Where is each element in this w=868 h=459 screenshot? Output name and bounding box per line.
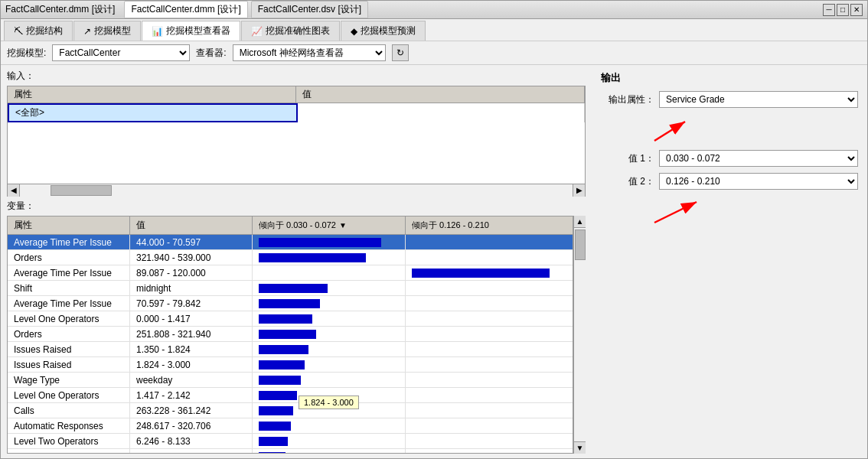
table-row[interactable]: Calls263.228 - 361.242	[8, 403, 573, 418]
model-viewer-icon: 📊	[152, 26, 163, 37]
row-bar2	[406, 373, 573, 387]
table-row[interactable]: Wage Typeweekday	[8, 373, 573, 388]
output-val1-select[interactable]: 0.030 - 0.072	[659, 150, 858, 167]
input-section: 输入： 属性 值 <全部> ◀	[7, 70, 586, 200]
vertical-scrollbar[interactable]: ▲ ▼	[573, 216, 586, 454]
table-row[interactable]: Level Two Operators6.246 - 8.133	[8, 434, 573, 449]
table-row[interactable]: Shiftmidnight	[8, 281, 573, 296]
tab-model-prediction-label: 挖掘模型预测	[361, 24, 416, 37]
row-bar1	[253, 434, 406, 448]
row-attr: Issues Raised	[8, 342, 130, 356]
row-bar2	[406, 250, 573, 265]
tab-model-viewer[interactable]: 📊 挖掘模型查看器	[142, 21, 240, 41]
row-attr: Calls	[8, 403, 130, 418]
minimize-button[interactable]: ─	[823, 4, 835, 16]
row-val: 251.808 - 321.940	[130, 327, 253, 341]
scroll-right-button[interactable]: ▶	[573, 184, 585, 197]
table-row[interactable]: Level Two Operators8.133 - 10.021	[8, 449, 573, 453]
row-val: 0.000 - 1.417	[130, 311, 253, 326]
row-val: 8.133 - 10.021	[130, 449, 253, 453]
row-val: 1.350 - 1.824	[130, 342, 253, 356]
table-row[interactable]: Orders321.940 - 539.000	[8, 250, 573, 265]
scroll-v-track	[574, 228, 586, 441]
var-header-attr: 属性	[8, 216, 130, 234]
row-bar2	[406, 281, 573, 295]
input-scrollbar[interactable]: ◀ ▶	[8, 184, 585, 196]
row-val: 6.246 - 8.133	[130, 434, 253, 448]
output-attr-label: 输出属性：	[601, 93, 654, 106]
table-row[interactable]: Average Time Per Issue44.000 - 70.597	[8, 235, 573, 250]
output-attr-row: 输出属性： Service Grade	[601, 91, 858, 108]
accuracy-chart-icon: 📈	[251, 26, 263, 37]
input-table-row-all: <全部>	[8, 103, 585, 122]
tab-mining-model[interactable]: ↗ 挖掘模型	[73, 21, 141, 41]
tab-model-prediction[interactable]: ◆ 挖掘模型预测	[341, 21, 426, 41]
var-table-wrapper: 属性 值 倾向于 0.030 - 0.072 ▼ 倾向于 0.126 - 0.2…	[7, 216, 573, 454]
row-val: 1.417 - 2.142	[130, 388, 253, 402]
table-row[interactable]: Automatic Responses248.617 - 320.706	[8, 418, 573, 434]
row-bar1	[253, 250, 406, 265]
row-attr: Level One Operators	[8, 388, 130, 402]
table-row[interactable]: Orders251.808 - 321.940	[8, 327, 573, 342]
row-bar2	[406, 357, 573, 372]
var-table-body[interactable]: Average Time Per Issue44.000 - 70.597Ord…	[8, 235, 573, 453]
output-attr-select[interactable]: Service Grade	[659, 91, 858, 108]
row-bar1	[253, 403, 406, 418]
output-val2-select[interactable]: 0.126 - 0.210	[659, 173, 858, 190]
row-bar2	[406, 265, 573, 280]
table-row[interactable]: Issues Raised1.824 - 3.000	[8, 357, 573, 373]
scroll-down-button[interactable]: ▼	[574, 441, 586, 454]
close-button[interactable]: ✕	[850, 4, 863, 16]
tab-dmm[interactable]: FactCallCenter.dmm [设计]	[124, 1, 247, 18]
row-bar1	[253, 265, 406, 280]
row-attr: Level Two Operators	[8, 434, 130, 448]
model-prediction-icon: ◆	[351, 26, 357, 37]
row-bar1	[253, 327, 406, 341]
maximize-button[interactable]: □	[837, 4, 849, 16]
row-bar2	[406, 327, 573, 341]
window-title: FactCallCenter.dmm [设计]	[5, 3, 115, 16]
table-row[interactable]: Level One Operators0.000 - 1.417	[8, 311, 573, 327]
viewer-select[interactable]: Microsoft 神经网络查看器	[233, 44, 386, 61]
toolbar: 挖掘模型: FactCallCenter 查看器: Microsoft 神经网络…	[1, 41, 867, 65]
sort-arrow-1[interactable]: ▼	[339, 221, 347, 230]
table-row[interactable]: Issues Raised1.350 - 1.824	[8, 342, 573, 357]
scroll-left-button[interactable]: ◀	[8, 184, 20, 197]
row-bar1	[253, 449, 406, 453]
var-section: 变量： 属性 值 倾向于 0.030 - 0.072 ▼ 倾向于 0.126 -…	[7, 200, 586, 454]
row-bar2	[406, 418, 573, 433]
row-val: 263.228 - 361.242	[130, 403, 253, 418]
row-bar2	[406, 434, 573, 448]
var-rows-container: Average Time Per Issue44.000 - 70.597Ord…	[8, 235, 573, 453]
table-row[interactable]: Average Time Per Issue70.597 - 79.842	[8, 296, 573, 311]
row-attr: Average Time Per Issue	[8, 296, 130, 311]
row-val: 89.087 - 120.000	[130, 265, 253, 280]
input-table: 属性 值 <全部> ◀ ▶	[7, 86, 586, 197]
var-section-title: 变量：	[7, 200, 586, 213]
output-section-title: 输出	[601, 71, 858, 85]
var-header-bar1[interactable]: 倾向于 0.030 - 0.072 ▼	[253, 216, 406, 234]
arrow-container-1	[647, 114, 858, 147]
table-row[interactable]: Level One Operators1.417 - 2.142	[8, 388, 573, 403]
row-val: 248.617 - 320.706	[130, 418, 253, 433]
refresh-button[interactable]: ↻	[392, 44, 409, 61]
var-header-bar1-label: 倾向于 0.030 - 0.072	[259, 220, 336, 231]
scroll-up-button[interactable]: ▲	[574, 216, 586, 228]
input-col-val: 值	[296, 86, 585, 103]
row-attr: Orders	[8, 250, 130, 265]
output-val2-row: 值 2： 0.126 - 0.210	[601, 173, 858, 190]
tab-mining-structure[interactable]: ⛏ 挖掘结构	[4, 21, 73, 41]
row-attr: Level Two Operators	[8, 449, 130, 453]
model-select[interactable]: FactCallCenter	[52, 44, 190, 61]
tab-accuracy-chart[interactable]: 📈 挖掘准确性图表	[241, 21, 340, 41]
right-panel: 输出 输出属性： Service Grade	[592, 65, 867, 458]
var-table-outer: 属性 值 倾向于 0.030 - 0.072 ▼ 倾向于 0.126 - 0.2…	[7, 216, 586, 454]
table-row[interactable]: Average Time Per Issue89.087 - 120.000	[8, 265, 573, 281]
row-attr: Average Time Per Issue	[8, 265, 130, 280]
scroll-thumb[interactable]	[51, 185, 112, 196]
tab-dsv[interactable]: FactCallCenter.dsv [设计]	[251, 1, 368, 18]
row-val: 44.000 - 70.597	[130, 235, 253, 249]
red-arrow-2	[647, 196, 708, 226]
scroll-v-thumb[interactable]	[575, 230, 586, 260]
output-val1-row: 值 1： 0.030 - 0.072	[601, 150, 858, 167]
